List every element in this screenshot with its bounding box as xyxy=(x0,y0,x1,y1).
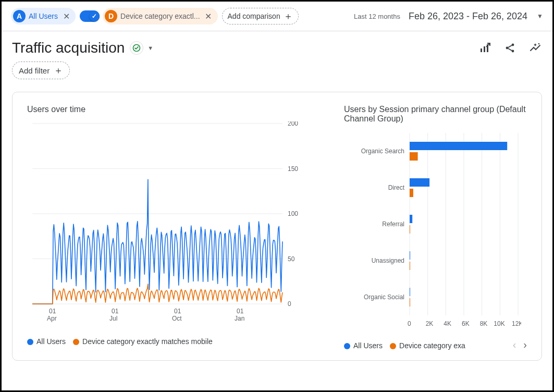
svg-rect-41 xyxy=(410,142,507,150)
legend-label: All Users xyxy=(36,337,66,346)
add-comparison-button[interactable]: Add comparison ＋ xyxy=(222,8,299,24)
chevron-right-icon[interactable]: › xyxy=(523,339,527,351)
legend-dot-icon xyxy=(344,343,350,349)
svg-rect-1 xyxy=(481,48,482,52)
add-filter-button[interactable]: Add filter ＋ xyxy=(12,62,70,79)
svg-rect-47 xyxy=(410,215,412,223)
svg-text:Organic Search: Organic Search xyxy=(361,148,404,155)
legend-label: Device category exa xyxy=(399,341,465,350)
segment-chip-all-users[interactable]: A All Users ✕ xyxy=(11,8,76,24)
legend-dot-icon xyxy=(73,339,79,345)
chevron-left-icon[interactable]: ‹ xyxy=(513,339,516,351)
svg-text:50: 50 xyxy=(288,255,295,263)
segment-toggle[interactable] xyxy=(80,10,100,22)
svg-text:10K: 10K xyxy=(494,320,504,327)
legend-dot-icon xyxy=(27,339,33,345)
report-card: Users over time 05010015020001Apr01Jul01… xyxy=(12,92,542,361)
plus-icon: ＋ xyxy=(284,11,293,21)
status-badge[interactable] xyxy=(130,41,143,55)
svg-text:2K: 2K xyxy=(426,320,434,327)
legend-dot-icon xyxy=(390,343,396,349)
svg-point-7 xyxy=(538,43,540,45)
svg-text:Organic Social: Organic Social xyxy=(364,293,404,301)
line-chart[interactable]: 05010015020001Apr01Jul01Oct01Jan xyxy=(27,121,309,330)
period-label: Last 12 months xyxy=(354,13,400,20)
share-icon[interactable] xyxy=(503,41,517,55)
legend-pager: ‹ › xyxy=(513,339,527,351)
panel-users-over-time: Users over time 05010015020001Apr01Jul01… xyxy=(27,105,319,350)
chart-title: Users over time xyxy=(27,105,319,114)
svg-text:0: 0 xyxy=(288,300,291,308)
svg-text:01: 01 xyxy=(174,308,181,315)
svg-rect-2 xyxy=(484,46,485,52)
segment-badge-d: D xyxy=(105,10,117,22)
legend-label: All Users xyxy=(353,341,383,350)
segment-label: Device category exactl... xyxy=(120,12,200,20)
segment-badge-a: A xyxy=(13,10,26,22)
add-comparison-label: Add comparison xyxy=(228,12,280,20)
svg-text:100: 100 xyxy=(288,210,298,217)
svg-text:Jan: Jan xyxy=(235,315,244,322)
svg-rect-44 xyxy=(410,178,429,187)
legend-item: Device category exa xyxy=(390,341,465,350)
add-filter-label: Add filter xyxy=(19,66,50,75)
svg-rect-53 xyxy=(410,288,410,296)
legend-item: All Users xyxy=(27,337,66,346)
svg-text:150: 150 xyxy=(288,165,298,173)
customize-report-icon[interactable] xyxy=(478,41,492,55)
filter-row: Add filter ＋ xyxy=(2,59,552,88)
svg-text:8K: 8K xyxy=(480,320,488,327)
svg-text:6K: 6K xyxy=(462,320,470,327)
svg-rect-51 xyxy=(410,262,410,270)
svg-rect-48 xyxy=(410,225,410,234)
title-bar: Traffic acquisition ▼ xyxy=(2,31,552,59)
svg-text:Jul: Jul xyxy=(109,315,117,322)
legend-label: Device category exactly matches mobile xyxy=(82,337,213,346)
legend-item: Device category exactly matches mobile xyxy=(73,337,213,346)
svg-text:01: 01 xyxy=(237,308,244,315)
chart-legend: All Users Device category exa xyxy=(344,341,527,350)
svg-rect-42 xyxy=(410,152,418,161)
check-circle-icon xyxy=(132,44,141,52)
svg-text:Referral: Referral xyxy=(382,220,404,228)
svg-text:4K: 4K xyxy=(444,320,451,327)
svg-text:Oct: Oct xyxy=(172,315,182,322)
date-range-picker[interactable]: Feb 26, 2023 - Feb 26, 2024 xyxy=(409,11,527,22)
chart-title: Users by Session primary channel group (… xyxy=(344,105,527,124)
toggle-knob xyxy=(89,11,100,21)
comparison-header: A All Users ✕ D Device category exactl..… xyxy=(2,2,552,31)
chevron-down-icon[interactable]: ▼ xyxy=(537,13,543,20)
svg-text:200: 200 xyxy=(288,121,298,127)
insights-icon[interactable] xyxy=(528,41,542,55)
panel-users-by-channel: Users by Session primary channel group (… xyxy=(344,105,527,350)
bar-chart[interactable]: 02K4K6K8K10K12KOrganic SearchDirectRefer… xyxy=(344,131,521,334)
segment-label: All Users xyxy=(29,12,58,20)
close-icon[interactable]: ✕ xyxy=(61,11,71,21)
title-actions xyxy=(478,41,542,55)
svg-text:12K: 12K xyxy=(512,320,521,327)
svg-text:Unassigned: Unassigned xyxy=(372,257,404,264)
plus-icon: ＋ xyxy=(54,66,63,75)
svg-text:0: 0 xyxy=(408,320,411,327)
legend-item: All Users xyxy=(344,341,383,350)
svg-text:01: 01 xyxy=(112,308,119,315)
close-icon[interactable]: ✕ xyxy=(203,11,214,21)
page-title: Traffic acquisition xyxy=(12,40,125,56)
chart-legend: All Users Device category exactly matche… xyxy=(27,337,319,346)
svg-rect-50 xyxy=(410,251,410,260)
svg-rect-54 xyxy=(410,298,410,307)
svg-text:Apr: Apr xyxy=(47,315,57,322)
svg-text:01: 01 xyxy=(49,308,56,315)
segment-chip-device[interactable]: D Device category exactl... ✕ xyxy=(103,8,218,24)
svg-rect-45 xyxy=(410,189,413,197)
svg-text:Direct: Direct xyxy=(388,184,405,191)
chevron-down-icon[interactable]: ▼ xyxy=(147,45,153,51)
